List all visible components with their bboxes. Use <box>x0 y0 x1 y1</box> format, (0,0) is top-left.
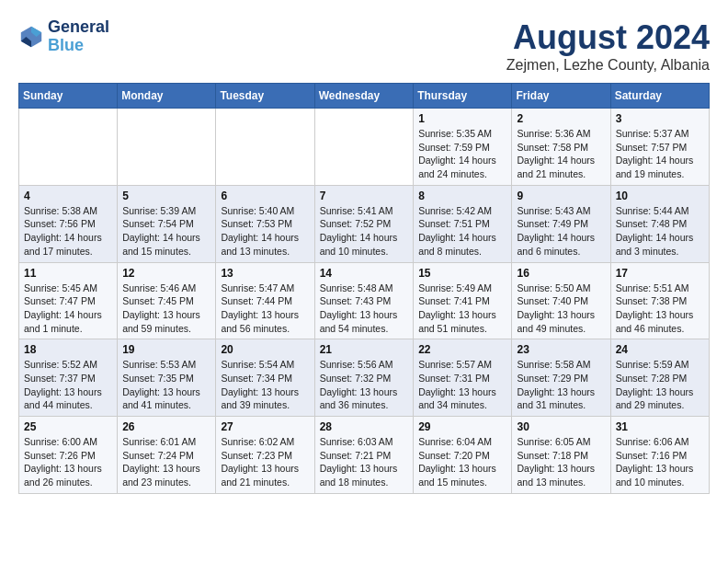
logo-line1: General <box>48 18 109 37</box>
day-info: Sunrise: 5:50 AM Sunset: 7:40 PM Dayligh… <box>517 282 605 336</box>
day-info: Sunrise: 5:59 AM Sunset: 7:28 PM Dayligh… <box>616 358 704 412</box>
day-number: 13 <box>221 267 309 280</box>
day-number: 19 <box>122 343 210 356</box>
day-cell-2: 2Sunrise: 5:36 AM Sunset: 7:58 PM Daylig… <box>512 109 610 186</box>
week-row-2: 4Sunrise: 5:38 AM Sunset: 7:56 PM Daylig… <box>19 185 710 262</box>
day-cell-24: 24Sunrise: 5:59 AM Sunset: 7:28 PM Dayli… <box>610 339 709 417</box>
day-info: Sunrise: 5:57 AM Sunset: 7:31 PM Dayligh… <box>418 358 506 412</box>
day-cell-23: 23Sunrise: 5:58 AM Sunset: 7:29 PM Dayli… <box>512 339 610 417</box>
subtitle: Zejmen, Lezhe County, Albania <box>506 57 710 74</box>
page-header: General Blue August 2024 Zejmen, Lezhe C… <box>18 18 710 74</box>
day-cell-8: 8Sunrise: 5:42 AM Sunset: 7:51 PM Daylig… <box>414 185 512 262</box>
weekday-header-tuesday: Tuesday <box>216 84 314 109</box>
day-cell-28: 28Sunrise: 6:03 AM Sunset: 7:21 PM Dayli… <box>314 417 414 494</box>
day-info: Sunrise: 5:36 AM Sunset: 7:58 PM Dayligh… <box>517 127 605 181</box>
day-cell-19: 19Sunrise: 5:53 AM Sunset: 7:35 PM Dayli… <box>118 339 216 417</box>
day-info: Sunrise: 5:37 AM Sunset: 7:57 PM Dayligh… <box>616 127 704 181</box>
day-cell-29: 29Sunrise: 6:04 AM Sunset: 7:20 PM Dayli… <box>414 417 512 494</box>
day-info: Sunrise: 5:53 AM Sunset: 7:35 PM Dayligh… <box>122 358 210 412</box>
day-info: Sunrise: 5:48 AM Sunset: 7:43 PM Dayligh… <box>320 282 409 336</box>
day-info: Sunrise: 5:43 AM Sunset: 7:49 PM Dayligh… <box>517 204 605 259</box>
day-number: 15 <box>418 267 506 280</box>
day-cell-4: 4Sunrise: 5:38 AM Sunset: 7:56 PM Daylig… <box>19 185 118 262</box>
day-cell-12: 12Sunrise: 5:46 AM Sunset: 7:45 PM Dayli… <box>118 262 216 339</box>
day-info: Sunrise: 5:35 AM Sunset: 7:59 PM Dayligh… <box>418 127 506 181</box>
logo-text: General Blue <box>48 18 109 55</box>
day-number: 27 <box>221 420 309 433</box>
day-number: 14 <box>320 267 409 280</box>
day-number: 8 <box>418 190 506 202</box>
day-number: 2 <box>517 112 605 125</box>
day-number: 25 <box>24 420 112 433</box>
weekday-header-row: SundayMondayTuesdayWednesdayThursdayFrid… <box>19 84 710 109</box>
day-info: Sunrise: 6:02 AM Sunset: 7:23 PM Dayligh… <box>221 435 309 489</box>
day-number: 18 <box>24 343 112 356</box>
day-number: 26 <box>122 420 210 433</box>
day-number: 1 <box>418 112 506 125</box>
day-cell-15: 15Sunrise: 5:49 AM Sunset: 7:41 PM Dayli… <box>414 262 512 339</box>
day-cell-13: 13Sunrise: 5:47 AM Sunset: 7:44 PM Dayli… <box>216 262 314 339</box>
weekday-header-thursday: Thursday <box>414 84 512 109</box>
day-info: Sunrise: 6:00 AM Sunset: 7:26 PM Dayligh… <box>24 435 112 489</box>
day-info: Sunrise: 5:46 AM Sunset: 7:45 PM Dayligh… <box>122 282 210 336</box>
week-row-5: 25Sunrise: 6:00 AM Sunset: 7:26 PM Dayli… <box>19 417 710 494</box>
day-number: 20 <box>221 343 309 356</box>
day-cell-26: 26Sunrise: 6:01 AM Sunset: 7:24 PM Dayli… <box>118 417 216 494</box>
logo: General Blue <box>18 18 109 55</box>
day-info: Sunrise: 6:05 AM Sunset: 7:18 PM Dayligh… <box>517 435 605 489</box>
day-info: Sunrise: 6:04 AM Sunset: 7:20 PM Dayligh… <box>418 435 506 489</box>
day-cell-3: 3Sunrise: 5:37 AM Sunset: 7:57 PM Daylig… <box>610 109 709 186</box>
week-row-4: 18Sunrise: 5:52 AM Sunset: 7:37 PM Dayli… <box>19 339 710 417</box>
day-info: Sunrise: 5:54 AM Sunset: 7:34 PM Dayligh… <box>221 358 309 412</box>
week-row-1: 1Sunrise: 5:35 AM Sunset: 7:59 PM Daylig… <box>19 109 710 186</box>
day-cell-25: 25Sunrise: 6:00 AM Sunset: 7:26 PM Dayli… <box>19 417 118 494</box>
day-number: 23 <box>517 343 605 356</box>
day-number: 29 <box>418 420 506 433</box>
empty-cell <box>216 109 314 186</box>
weekday-header-wednesday: Wednesday <box>314 84 414 109</box>
day-cell-14: 14Sunrise: 5:48 AM Sunset: 7:43 PM Dayli… <box>314 262 414 339</box>
logo-line2: Blue <box>48 36 84 54</box>
day-cell-6: 6Sunrise: 5:40 AM Sunset: 7:53 PM Daylig… <box>216 185 314 262</box>
day-info: Sunrise: 6:03 AM Sunset: 7:21 PM Dayligh… <box>320 435 409 489</box>
day-info: Sunrise: 5:58 AM Sunset: 7:29 PM Dayligh… <box>517 358 605 412</box>
day-number: 5 <box>122 190 210 202</box>
day-cell-27: 27Sunrise: 6:02 AM Sunset: 7:23 PM Dayli… <box>216 417 314 494</box>
empty-cell <box>118 109 216 186</box>
day-number: 17 <box>616 267 704 280</box>
logo-icon <box>18 24 44 50</box>
day-cell-9: 9Sunrise: 5:43 AM Sunset: 7:49 PM Daylig… <box>512 185 610 262</box>
day-cell-31: 31Sunrise: 6:06 AM Sunset: 7:16 PM Dayli… <box>610 417 709 494</box>
day-cell-16: 16Sunrise: 5:50 AM Sunset: 7:40 PM Dayli… <box>512 262 610 339</box>
day-number: 3 <box>616 112 704 125</box>
day-number: 10 <box>616 190 704 202</box>
day-number: 6 <box>221 190 309 202</box>
empty-cell <box>19 109 118 186</box>
day-info: Sunrise: 5:49 AM Sunset: 7:41 PM Dayligh… <box>418 282 506 336</box>
weekday-header-saturday: Saturday <box>610 84 709 109</box>
day-cell-21: 21Sunrise: 5:56 AM Sunset: 7:32 PM Dayli… <box>314 339 414 417</box>
day-cell-20: 20Sunrise: 5:54 AM Sunset: 7:34 PM Dayli… <box>216 339 314 417</box>
day-number: 30 <box>517 420 605 433</box>
day-info: Sunrise: 5:42 AM Sunset: 7:51 PM Dayligh… <box>418 204 506 259</box>
day-number: 16 <box>517 267 605 280</box>
day-info: Sunrise: 5:51 AM Sunset: 7:38 PM Dayligh… <box>616 282 704 336</box>
day-cell-5: 5Sunrise: 5:39 AM Sunset: 7:54 PM Daylig… <box>118 185 216 262</box>
day-number: 9 <box>517 190 605 202</box>
day-number: 11 <box>24 267 112 280</box>
day-cell-22: 22Sunrise: 5:57 AM Sunset: 7:31 PM Dayli… <box>414 339 512 417</box>
day-number: 31 <box>616 420 704 433</box>
day-info: Sunrise: 5:40 AM Sunset: 7:53 PM Dayligh… <box>221 204 309 259</box>
day-info: Sunrise: 5:39 AM Sunset: 7:54 PM Dayligh… <box>122 204 210 259</box>
day-cell-10: 10Sunrise: 5:44 AM Sunset: 7:48 PM Dayli… <box>610 185 709 262</box>
day-number: 4 <box>24 190 112 202</box>
day-cell-30: 30Sunrise: 6:05 AM Sunset: 7:18 PM Dayli… <box>512 417 610 494</box>
day-info: Sunrise: 5:38 AM Sunset: 7:56 PM Dayligh… <box>24 204 112 259</box>
day-info: Sunrise: 6:01 AM Sunset: 7:24 PM Dayligh… <box>122 435 210 489</box>
day-info: Sunrise: 5:41 AM Sunset: 7:52 PM Dayligh… <box>320 204 409 259</box>
day-info: Sunrise: 5:47 AM Sunset: 7:44 PM Dayligh… <box>221 282 309 336</box>
calendar: SundayMondayTuesdayWednesdayThursdayFrid… <box>18 83 710 494</box>
day-cell-1: 1Sunrise: 5:35 AM Sunset: 7:59 PM Daylig… <box>414 109 512 186</box>
day-number: 7 <box>320 190 409 202</box>
day-info: Sunrise: 6:06 AM Sunset: 7:16 PM Dayligh… <box>616 435 704 489</box>
